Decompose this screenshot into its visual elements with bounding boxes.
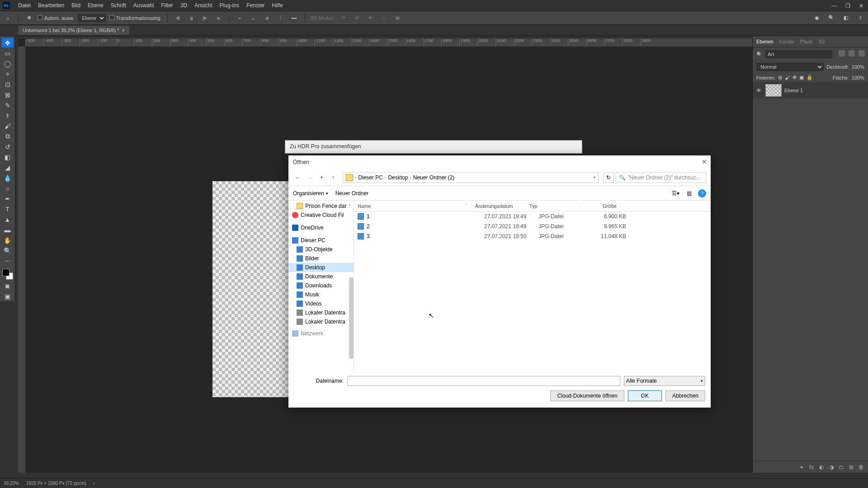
tab-3d[interactable]: 3D [818, 39, 825, 44]
group-layers-icon[interactable]: 🗀 [838, 464, 844, 470]
menu-help[interactable]: Hilfe [269, 2, 287, 9]
gradient-tool-icon[interactable]: ◢ [2, 163, 14, 172]
menu-plugins[interactable]: Plug-ins [216, 2, 243, 9]
column-date[interactable]: Änderungsdatum [472, 203, 526, 209]
cloud-documents-button[interactable]: Cloud-Dokumente öffnen [550, 390, 624, 401]
align-center-h-icon[interactable]: ⫼ [187, 13, 197, 23]
align-left-icon[interactable]: ⫷ [173, 13, 183, 23]
new-folder-button[interactable]: Neuer Ordner [335, 190, 368, 197]
menu-layer[interactable]: Ebene [84, 2, 107, 9]
link-layers-icon[interactable]: ⚭ [798, 464, 805, 470]
help-icon[interactable]: ? [698, 189, 706, 197]
healing-brush-tool-icon[interactable]: ⚕ [2, 111, 14, 120]
share-icon[interactable]: ⇪ [855, 13, 865, 23]
layer-row[interactable]: 👁 Ebene 1 [753, 82, 868, 99]
tree-item[interactable]: 3D-Objekte [288, 245, 354, 254]
layer-name[interactable]: Ebene 1 [784, 88, 803, 93]
layer-group-select[interactable]: Ebene [78, 14, 106, 22]
layer-visibility-icon[interactable]: 👁 [756, 88, 763, 93]
eyedropper-tool-icon[interactable]: ✎ [2, 100, 14, 110]
file-row[interactable]: 2 27.07.2021 19:49 JPG-Datei 9.965 KB [354, 221, 711, 231]
home-icon[interactable]: ⌂ [3, 13, 13, 23]
new-layer-icon[interactable]: ⊞ [848, 464, 854, 470]
nav-recent-icon[interactable]: ▾ [316, 175, 326, 180]
menu-select[interactable]: Auswahl [130, 2, 157, 9]
tree-item[interactable]: Creative Cloud Fil [288, 211, 354, 220]
nav-up-icon[interactable]: ↑ [328, 174, 338, 181]
move-tool-icon[interactable]: ✥ [2, 38, 14, 47]
preview-pane-icon[interactable]: ▥ [684, 189, 693, 198]
dodge-tool-icon[interactable]: ○ [2, 183, 14, 193]
search-input[interactable]: 🔍 "Neuer Ordner (2)" durchsuc... [616, 172, 706, 183]
lock-image-icon[interactable]: 🖌 [785, 75, 790, 80]
tree-item[interactable]: OneDrive [288, 223, 354, 232]
refresh-button[interactable]: ↻ [603, 172, 614, 183]
zoom-tool-icon[interactable]: 🔍 [2, 246, 14, 255]
path-select-tool-icon[interactable]: ▲ [2, 215, 14, 224]
tree-item[interactable]: Dokumente [288, 272, 354, 281]
column-name[interactable]: Name˄ [354, 203, 472, 209]
quick-mask-icon[interactable]: ◙ [2, 281, 14, 291]
menu-type[interactable]: Schrift [107, 2, 130, 9]
delete-layer-icon[interactable]: 🗑 [858, 464, 864, 470]
shape-tool-icon[interactable]: ▬ [2, 225, 14, 235]
menu-image[interactable]: Bild [68, 2, 84, 9]
lock-all-icon[interactable]: 🔒 [807, 75, 813, 80]
folder-tree[interactable]: Prison Fence dar˄ Creative Cloud Fil One… [288, 201, 354, 372]
align-right-icon[interactable]: ⫸ [200, 13, 210, 23]
move-tool-icon[interactable]: ✥ [24, 13, 34, 23]
info-chevron-icon[interactable]: › [94, 481, 95, 486]
transform-controls-toggle[interactable]: Transformationsstrg. [109, 15, 161, 21]
foreground-color-swatch[interactable] [2, 269, 9, 276]
document-info[interactable]: 1920 Px × 1080 Px (72 ppcm) [26, 481, 86, 486]
align-bottom-icon[interactable]: ⫡ [262, 13, 272, 23]
column-type[interactable]: Typ [526, 203, 580, 209]
zoom-level[interactable]: 39,22% [4, 481, 19, 486]
blend-mode-select[interactable]: Normal [756, 63, 824, 71]
clone-stamp-tool-icon[interactable]: ⧉ [2, 131, 14, 141]
color-swatch[interactable] [2, 268, 14, 280]
filter-pixel-icon[interactable] [839, 50, 845, 56]
lock-artboard-icon[interactable]: ▣ [799, 75, 804, 80]
menu-file[interactable]: Datei [14, 2, 34, 9]
filter-type-icon[interactable] [859, 50, 865, 56]
marquee-tool-icon[interactable]: ▭ [2, 48, 14, 58]
tree-item[interactable]: Downloads [288, 281, 354, 290]
tree-item[interactable]: Bilder [288, 254, 354, 263]
pen-tool-icon[interactable]: ✒ [2, 194, 14, 203]
file-format-select[interactable]: Alle Formate▾ [624, 376, 705, 386]
tree-item[interactable]: Lokaler Datentra [288, 317, 354, 326]
view-options-icon[interactable]: ☰▾ [671, 189, 680, 198]
breadcrumb[interactable]: › Dieser PC › Desktop › Neuer Ordner (2)… [343, 172, 599, 183]
filter-adjust-icon[interactable] [849, 50, 855, 56]
tree-item-selected[interactable]: Desktop [288, 263, 354, 272]
magic-wand-tool-icon[interactable]: ✧ [2, 69, 14, 79]
search-icon[interactable]: 🔍 [826, 13, 836, 23]
window-restore-icon[interactable]: ❐ [841, 0, 854, 11]
column-size[interactable]: Größe [580, 203, 621, 209]
tree-item[interactable]: Lokaler Datentra [288, 308, 354, 317]
ok-button[interactable]: OK [628, 390, 662, 401]
tree-item[interactable]: Videos [288, 299, 354, 308]
tree-item[interactable]: Prison Fence dar˄ [288, 202, 354, 211]
tree-item[interactable]: Netzwerk [288, 329, 354, 338]
type-tool-icon[interactable]: T [2, 204, 14, 214]
tree-item[interactable]: Dieser PC [288, 236, 354, 245]
tree-scrollbar[interactable] [349, 277, 354, 359]
lasso-tool-icon[interactable]: ◯ [2, 59, 14, 68]
workspace-icon[interactable]: ◧ [841, 13, 851, 23]
menu-window[interactable]: Fenster [243, 2, 269, 9]
frame-tool-icon[interactable]: ⊠ [2, 90, 14, 99]
history-brush-tool-icon[interactable]: ↺ [2, 142, 14, 151]
menu-edit[interactable]: Bearbeiten [34, 2, 68, 9]
adjustment-layer-icon[interactable]: ◑ [828, 464, 835, 470]
tree-item[interactable]: Musik [288, 290, 354, 299]
screen-mode-icon[interactable]: ▣ [2, 291, 14, 301]
edit-toolbar-icon[interactable]: ⋯ [2, 256, 14, 266]
distribute-h-icon[interactable]: ≡ [214, 13, 224, 23]
breadcrumb-segment[interactable]: Desktop [388, 174, 408, 181]
blur-tool-icon[interactable]: 💧 [2, 173, 14, 183]
menu-view[interactable]: Ansicht [191, 2, 216, 9]
lock-position-icon[interactable]: ✥ [793, 75, 797, 80]
nav-forward-icon[interactable]: → [305, 174, 315, 181]
